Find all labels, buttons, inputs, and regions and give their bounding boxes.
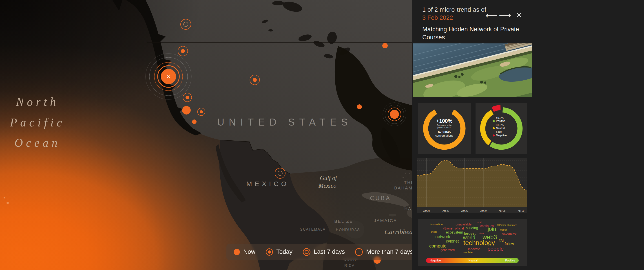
word-cloud-card: innovationunavailableshitcontinues@Param… xyxy=(418,219,527,266)
cloud-word[interactable]: #AI xyxy=(499,239,504,242)
map-time-legend: NowTodayLast 7 daysMore than 7 days ago xyxy=(226,244,412,260)
golf-course-photo-graphic xyxy=(413,43,532,97)
map-marker-now[interactable] xyxy=(182,106,191,114)
map-place-label: HAITI xyxy=(404,206,412,211)
older-marker-icon xyxy=(355,248,363,256)
cloud-word[interactable]: building xyxy=(466,226,478,230)
cloud-word[interactable]: innovate xyxy=(468,247,480,251)
trend-photo xyxy=(413,43,532,97)
scale-neutral-label: Neutral xyxy=(468,259,478,262)
close-icon[interactable]: ✕ xyxy=(513,10,525,21)
legend-label: More than 7 days ago xyxy=(366,248,412,255)
sentiment-dot-icon xyxy=(493,134,495,137)
legend-label: Today xyxy=(276,248,292,255)
sentiment-label: Neutral xyxy=(496,127,505,130)
map-place-label: BAHAMAS xyxy=(394,186,412,190)
trend-x-label: Apr 26 xyxy=(462,210,468,212)
scale-negative-label: Negative xyxy=(430,259,441,262)
conversation-volume-card: +100%Compared to theprevious period67660… xyxy=(418,103,471,154)
trend-area-fill xyxy=(417,161,527,207)
microtrend-panel: 1 of 2 micro-trend as of 3 Feb 2022 ⟵ ⟶ … xyxy=(412,0,644,270)
legend-item-today[interactable]: Today xyxy=(266,248,292,256)
trend-x-label: Apr 24 xyxy=(423,210,430,212)
sentiment-slice-negative xyxy=(492,107,500,109)
cloud-word[interactable]: shit xyxy=(477,221,482,224)
trend-x-label: Apr 28 xyxy=(499,210,506,212)
sentiment-dot-icon xyxy=(493,127,495,129)
volume-caption: Compared to the xyxy=(437,124,452,126)
legend-item-now[interactable]: Now xyxy=(234,248,256,255)
cloud-word[interactable]: ecosystem xyxy=(446,231,463,234)
sentiment-label: Negative xyxy=(496,134,507,137)
ocean-label: Ocean xyxy=(14,136,61,149)
volume-trend-area-chart: Apr 24Apr 25Apr 26Apr 27Apr 28Apr 29 xyxy=(417,158,527,213)
map-canvas[interactable]: NorthPacificOceanUNITED STATESMEXICOGulf… xyxy=(0,0,412,270)
trend-x-label: Apr 29 xyxy=(518,210,524,212)
sentiment-donut-chart: 59.2%Positive31.9%Neutral9.0%Negative xyxy=(476,103,527,154)
cloud-word[interactable]: people xyxy=(488,246,504,251)
next-trend-arrow-icon[interactable]: ⟶ xyxy=(499,10,510,21)
map-place-label: GUATEMALA xyxy=(300,227,326,231)
conversation-count-label: conversations xyxy=(435,134,454,137)
cloud-word[interactable]: @ionet xyxy=(446,239,459,243)
sentiment-scale-bar: Negative Neutral Positive xyxy=(426,258,519,263)
last7-marker-icon xyxy=(303,248,310,256)
cloud-word[interactable]: expensive xyxy=(502,232,516,235)
map-place-label: THE xyxy=(404,180,412,185)
cloud-word[interactable]: network xyxy=(435,234,450,239)
map-marker-now[interactable] xyxy=(357,104,362,109)
map-place-label: JAMAICA xyxy=(374,218,397,223)
map-place-label: RICA xyxy=(344,264,355,267)
cluster-count: 3 xyxy=(167,74,170,79)
sentiment-dot-icon xyxy=(493,120,495,122)
sentiment-pct: 9.0% xyxy=(496,131,502,134)
cloud-word[interactable]: @ParamLaboratory xyxy=(497,224,516,226)
now-marker-icon xyxy=(234,249,240,255)
cloud-word[interactable]: innovation xyxy=(430,223,443,226)
map-graphic: NorthPacificOceanUNITED STATESMEXICOGulf… xyxy=(0,0,412,270)
map-marker-now[interactable] xyxy=(192,119,196,124)
volume-trend-card: Apr 24Apr 25Apr 26Apr 27Apr 28Apr 29 xyxy=(417,158,527,213)
ocean-label: Pacific xyxy=(10,116,65,129)
previous-trend-arrow-icon[interactable]: ⟵ xyxy=(486,10,497,21)
legend-item-last7[interactable]: Last 7 days xyxy=(303,248,345,256)
map-place-label: MEXICO xyxy=(246,180,289,187)
cloud-word[interactable]: follow xyxy=(505,242,514,246)
conversation-count: 6766045 xyxy=(438,130,450,134)
cloud-word[interactable]: unavailable xyxy=(456,223,472,226)
cloud-word[interactable]: compute xyxy=(429,244,446,248)
trend-title: Matching Hidden Network of Private Cours… xyxy=(422,25,526,41)
sentiment-pct: 59.2% xyxy=(496,116,504,119)
map-place-label: Carribbean xyxy=(384,228,412,235)
pager-date: 3 Feb 2022 xyxy=(422,14,453,21)
map-place-label: BELIZE xyxy=(334,219,353,224)
map-place-label: Mexico xyxy=(318,182,336,189)
map-place-label: CUBA xyxy=(370,195,391,201)
ocean-label: North xyxy=(16,95,59,108)
cloud-word[interactable]: complete xyxy=(462,251,472,254)
pager-text: 1 of 2 micro-trend as of xyxy=(422,6,486,13)
volume-caption: previous period xyxy=(437,126,451,129)
volume-donut-chart: +100%Compared to theprevious period67660… xyxy=(418,103,471,154)
legend-label: Now xyxy=(243,248,256,255)
sentiment-card: 59.2%Positive31.9%Neutral9.0%Negative xyxy=(476,103,527,154)
cloud-word[interactable]: technology xyxy=(464,240,495,246)
volume-change-value: +100% xyxy=(436,118,452,124)
legend-label: Last 7 days xyxy=(314,248,345,255)
trend-x-label: Apr 25 xyxy=(442,210,449,212)
map-place-label: UNITED STATES xyxy=(217,116,352,127)
cloud-word[interactable]: market xyxy=(500,229,507,231)
sentiment-pct: 31.9% xyxy=(496,123,504,127)
cloud-word[interactable]: join xyxy=(488,226,496,232)
scale-positive-label: Positive xyxy=(505,259,515,262)
legend-item-older[interactable]: More than 7 days ago xyxy=(355,248,412,256)
cloud-word[interactable]: generated xyxy=(440,248,455,251)
cloud-word[interactable]: @ionet_official xyxy=(443,227,464,230)
today-marker-icon xyxy=(266,248,273,256)
cloud-word[interactable]: crypto xyxy=(431,231,437,233)
sentiment-label: Positive xyxy=(496,119,506,123)
map-marker-now[interactable] xyxy=(382,43,388,48)
sentiment-slice-neutral xyxy=(483,112,492,143)
map-place-label: HONDURAS xyxy=(336,228,360,232)
trend-x-label: Apr 27 xyxy=(480,210,487,212)
